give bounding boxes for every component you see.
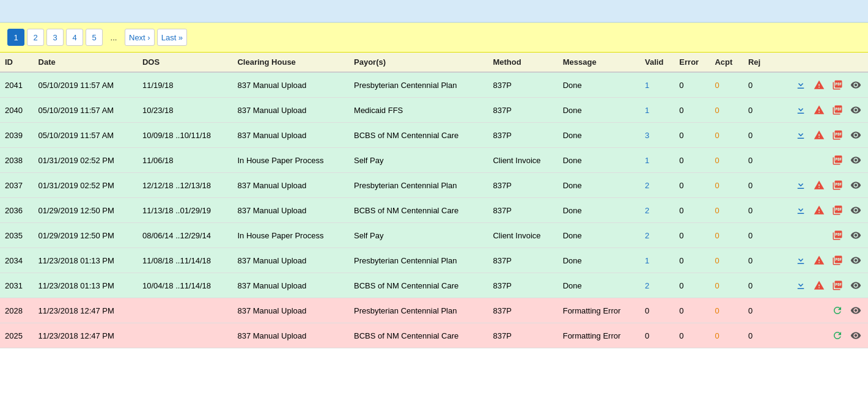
- cell-actions: [770, 123, 868, 148]
- eye-icon[interactable]: [848, 203, 863, 218]
- page-btn-3[interactable]: 3: [46, 29, 64, 46]
- eye-icon[interactable]: [848, 328, 863, 343]
- page-btn-5[interactable]: 5: [86, 29, 103, 46]
- warning-icon[interactable]: [812, 78, 826, 92]
- eye-icon[interactable]: [848, 128, 863, 142]
- pagination-next[interactable]: Next ›: [125, 29, 155, 46]
- cell-payor: BCBS of NM Centennial Care: [349, 323, 488, 348]
- pdf-icon[interactable]: [830, 78, 845, 92]
- eye-icon[interactable]: [848, 78, 863, 92]
- valid-link[interactable]: 3: [645, 131, 649, 140]
- cell-message: Done: [558, 223, 640, 248]
- cell-error: 0: [674, 72, 710, 98]
- cell-valid[interactable]: 1: [640, 72, 674, 98]
- cell-rej: 0: [743, 72, 770, 98]
- col-header-valid: Valid: [640, 53, 674, 72]
- refresh-icon[interactable]: [830, 303, 845, 318]
- cell-message: Formatting Error: [558, 323, 640, 348]
- warning-icon[interactable]: [812, 253, 826, 268]
- pagination-last[interactable]: Last »: [157, 29, 187, 46]
- valid-link[interactable]: 2: [645, 206, 649, 215]
- warning-icon[interactable]: [812, 278, 826, 293]
- warning-icon[interactable]: [812, 103, 826, 117]
- valid-link[interactable]: 2: [645, 281, 649, 290]
- cell-valid[interactable]: 2: [640, 273, 674, 298]
- pdf-icon[interactable]: [830, 278, 845, 293]
- pdf-icon[interactable]: [830, 253, 845, 268]
- pdf-icon[interactable]: [830, 178, 845, 193]
- eye-icon[interactable]: [848, 153, 863, 167]
- download-icon[interactable]: [793, 203, 808, 218]
- cell-payor: BCBS of NM Centennial Care: [349, 123, 488, 148]
- download-icon[interactable]: [793, 278, 808, 293]
- cell-dos: 12/12/18 ..12/13/18: [138, 173, 233, 198]
- pdf-icon[interactable]: [830, 203, 845, 218]
- eye-icon[interactable]: [848, 303, 863, 318]
- table-header: IDDateDOSClearing HousePayor(s)MethodMes…: [0, 53, 868, 72]
- cell-valid[interactable]: 1: [640, 248, 674, 273]
- col-header-message: Message: [558, 53, 640, 72]
- cell-rej: 0: [743, 223, 770, 248]
- pdf-icon[interactable]: [830, 228, 845, 243]
- valid-link[interactable]: 1: [645, 256, 649, 265]
- action-icons: [775, 103, 863, 117]
- claims-table: IDDateDOSClearing HousePayor(s)MethodMes…: [0, 53, 868, 348]
- cell-payor: BCBS of NM Centennial Care: [349, 273, 488, 298]
- cell-valid[interactable]: 2: [640, 198, 674, 223]
- pagination-ellipsis: ...: [105, 29, 122, 46]
- download-icon[interactable]: [793, 103, 808, 117]
- cell-valid[interactable]: 1: [640, 98, 674, 123]
- download-icon[interactable]: [793, 78, 808, 92]
- valid-link[interactable]: 1: [645, 81, 649, 90]
- download-icon[interactable]: [793, 253, 808, 268]
- valid-link[interactable]: 2: [645, 231, 649, 240]
- page-btn-4[interactable]: 4: [66, 29, 83, 46]
- action-icons: [775, 228, 863, 243]
- cell-ch: In House Paper Process: [232, 148, 349, 173]
- cell-payor: Presbyterian Centennial Plan: [349, 72, 488, 98]
- pdf-icon[interactable]: [830, 103, 845, 117]
- cell-error: 0: [674, 173, 710, 198]
- valid-link[interactable]: 1: [645, 106, 649, 115]
- warning-icon[interactable]: [812, 203, 826, 218]
- cell-id: 2040: [0, 98, 34, 123]
- cell-id: 2038: [0, 148, 34, 173]
- warning-icon[interactable]: [812, 178, 826, 193]
- cell-id: 2037: [0, 173, 34, 198]
- eye-icon[interactable]: [848, 228, 863, 243]
- cell-id: 2035: [0, 223, 34, 248]
- valid-link[interactable]: 2: [645, 181, 649, 190]
- refresh-icon[interactable]: [830, 328, 845, 343]
- cell-valid[interactable]: 3: [640, 123, 674, 148]
- eye-icon[interactable]: [848, 103, 863, 117]
- action-icons: [775, 78, 863, 92]
- cell-valid[interactable]: 1: [640, 148, 674, 173]
- table-row: 204005/10/2019 11:57 AM10/23/18837 Manua…: [0, 98, 868, 123]
- page-btn-2[interactable]: 2: [27, 29, 44, 46]
- table-row: 203905/10/2019 11:57 AM10/09/18 ..10/11/…: [0, 123, 868, 148]
- eye-icon[interactable]: [848, 178, 863, 193]
- pdf-icon[interactable]: [830, 153, 845, 167]
- cell-message: Done: [558, 173, 640, 198]
- cell-ch: 837 Manual Upload: [232, 298, 349, 323]
- table-row: 202511/23/2018 12:47 PM837 Manual Upload…: [0, 323, 868, 348]
- cell-dos: 08/06/14 ..12/29/14: [138, 223, 233, 248]
- cell-valid[interactable]: 2: [640, 223, 674, 248]
- cell-id: 2039: [0, 123, 34, 148]
- eye-icon[interactable]: [848, 253, 863, 268]
- download-icon[interactable]: [793, 178, 808, 193]
- cell-valid[interactable]: 2: [640, 173, 674, 198]
- cell-payor: Presbyterian Centennial Plan: [349, 173, 488, 198]
- cell-dos: 11/08/18 ..11/14/18: [138, 248, 233, 273]
- cell-rej: 0: [743, 248, 770, 273]
- warning-icon[interactable]: [812, 128, 826, 142]
- cell-rej: 0: [743, 298, 770, 323]
- page-btn-1[interactable]: 1: [7, 29, 24, 46]
- cell-acpt: 0: [710, 72, 743, 98]
- cell-date: 11/23/2018 12:47 PM: [34, 323, 138, 348]
- cell-payor: Presbyterian Centennial Plan: [349, 248, 488, 273]
- pdf-icon[interactable]: [830, 128, 845, 142]
- valid-link[interactable]: 1: [645, 156, 649, 165]
- download-icon[interactable]: [793, 128, 808, 142]
- eye-icon[interactable]: [848, 278, 863, 293]
